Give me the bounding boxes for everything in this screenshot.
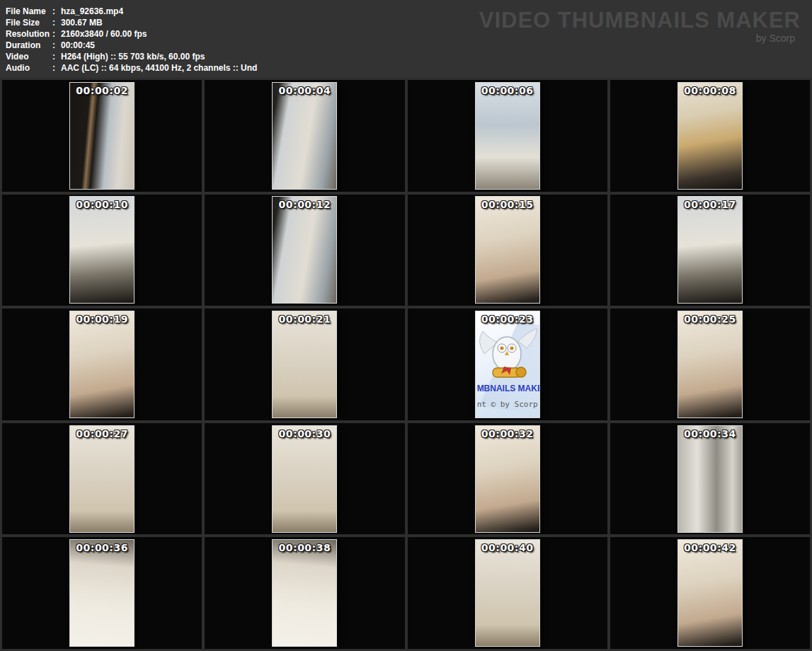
thumbnail-image-placeholder bbox=[678, 426, 742, 532]
grid-cell: 00:00:15 bbox=[408, 195, 607, 306]
video-thumbnail: 00:00:12 bbox=[272, 196, 337, 304]
timestamp-overlay: 00:00:06 bbox=[476, 85, 539, 96]
grid-cell: 00:00:06 bbox=[408, 80, 607, 192]
meta-value-duration: 00:00:45 bbox=[61, 40, 95, 50]
grid-cell: 00:00:08 bbox=[610, 80, 810, 192]
grid-cell: 00:00:21 bbox=[205, 309, 404, 420]
thumbnail-image-placeholder bbox=[70, 311, 134, 417]
meta-label: Duration bbox=[6, 40, 52, 51]
thumbnail-image-placeholder bbox=[70, 540, 134, 646]
video-thumbnail: 00:00:27 bbox=[69, 425, 135, 533]
meta-row-video: Video:H264 (High) :: 55 703 kb/s, 60.00 … bbox=[6, 51, 812, 62]
thumbnail-image-placeholder bbox=[273, 426, 336, 532]
meta-separator: : bbox=[52, 51, 61, 62]
timestamp-overlay: 00:00:36 bbox=[70, 542, 134, 553]
timestamp-overlay: 00:00:38 bbox=[273, 542, 336, 553]
meta-row-audio: Audio:AAC (LC) :: 64 kbps, 44100 Hz, 2 c… bbox=[6, 62, 812, 74]
thumbnail-image-placeholder bbox=[476, 83, 539, 189]
timestamp-overlay: 00:00:08 bbox=[678, 85, 742, 96]
grid-cell: 00:00:32 bbox=[408, 423, 607, 535]
grid-cell: 00:00:27 bbox=[2, 423, 202, 535]
thumbnail-image-placeholder bbox=[273, 540, 336, 646]
grid-cell: 00:00:19 bbox=[2, 309, 202, 420]
video-thumbnail: 00:00:08 bbox=[677, 82, 743, 190]
meta-separator: : bbox=[52, 62, 61, 74]
app-byline: by Scorp bbox=[479, 33, 801, 44]
meta-separator: : bbox=[52, 17, 61, 28]
video-thumbnail: 00:00:04 bbox=[272, 82, 337, 190]
meta-value-filesize: 300.67 MB bbox=[61, 18, 103, 28]
timestamp-overlay: 00:00:02 bbox=[70, 85, 134, 96]
grid-cell: 00:00:12 bbox=[205, 195, 404, 306]
timestamp-overlay: 00:00:17 bbox=[678, 199, 742, 210]
meta-separator: : bbox=[52, 40, 61, 51]
info-header: File Name:hza_92636.mp4 File Size:300.67… bbox=[0, 0, 812, 78]
watermark-title-text: MBNAILS MAKER 8 bbox=[476, 384, 539, 393]
grid-cell: 00:00:25 bbox=[610, 309, 810, 420]
video-thumbnail: 00:00:36 bbox=[69, 539, 135, 647]
video-thumbnail: 00:00:40 bbox=[475, 539, 540, 647]
video-thumbnail: 00:00:34 bbox=[677, 425, 743, 533]
watermark-copyright-text: nt © by Scorp (SU bbox=[476, 400, 539, 409]
timestamp-overlay: 00:00:34 bbox=[678, 428, 742, 439]
timestamp-overlay: 00:00:19 bbox=[70, 313, 134, 325]
grid-cell-watermark: MBNAILS MAKER 8 nt © by Scorp (SU 00:00:… bbox=[408, 309, 607, 420]
meta-separator: : bbox=[52, 28, 61, 40]
meta-label: File Name bbox=[6, 6, 52, 17]
video-thumbnail: 00:00:06 bbox=[475, 82, 540, 190]
meta-label: Resolution bbox=[6, 28, 52, 40]
video-thumbnail: 00:00:21 bbox=[272, 311, 337, 418]
video-thumbnail: 00:00:10 bbox=[69, 196, 135, 304]
thumbnail-image-placeholder bbox=[273, 83, 336, 189]
thumbnail-image-placeholder bbox=[476, 197, 539, 303]
video-thumbnail: 00:00:42 bbox=[677, 539, 743, 647]
video-thumbnail: 00:00:17 bbox=[677, 196, 743, 304]
thumbnail-grid: 00:00:02 00:00:04 00:00:06 00:00:08 00:0… bbox=[0, 78, 812, 651]
timestamp-overlay: 00:00:40 bbox=[476, 542, 539, 553]
meta-value-audio: AAC (LC) :: 64 kbps, 44100 Hz, 2 channel… bbox=[61, 63, 257, 73]
thumbnail-image-placeholder bbox=[70, 83, 134, 189]
timestamp-overlay: 00:00:15 bbox=[476, 199, 539, 210]
grid-cell: 00:00:40 bbox=[408, 537, 607, 649]
app-title: VIDEO THUMBNAILS MAKER bbox=[479, 10, 801, 31]
thumbnail-image-placeholder bbox=[476, 540, 539, 646]
video-thumbnail: 00:00:02 bbox=[69, 82, 135, 190]
grid-cell: 00:00:02 bbox=[2, 80, 202, 192]
owl-logo-icon bbox=[477, 327, 539, 386]
timestamp-overlay: 00:00:42 bbox=[678, 542, 742, 553]
grid-cell: 00:00:42 bbox=[610, 537, 810, 649]
video-thumbnail-watermark: MBNAILS MAKER 8 nt © by Scorp (SU 00:00:… bbox=[475, 311, 540, 418]
timestamp-overlay: 00:00:04 bbox=[273, 85, 336, 96]
timestamp-overlay: 00:00:23 bbox=[476, 313, 539, 325]
timestamp-overlay: 00:00:10 bbox=[70, 199, 134, 210]
meta-value-video: H264 (High) :: 55 703 kb/s, 60.00 fps bbox=[61, 52, 205, 62]
grid-cell: 00:00:38 bbox=[205, 537, 404, 649]
grid-cell: 00:00:17 bbox=[610, 195, 810, 306]
thumbnail-image-placeholder bbox=[70, 426, 134, 532]
timestamp-overlay: 00:00:12 bbox=[273, 199, 336, 210]
grid-cell: 00:00:30 bbox=[205, 423, 404, 535]
video-thumbnail: 00:00:15 bbox=[475, 196, 540, 304]
timestamp-overlay: 00:00:30 bbox=[273, 428, 336, 439]
grid-cell: 00:00:10 bbox=[2, 195, 202, 306]
thumbnail-image-placeholder bbox=[476, 426, 539, 532]
thumbnail-image-placeholder bbox=[273, 311, 336, 417]
meta-value-resolution: 2160x3840 / 60.00 fps bbox=[61, 29, 147, 39]
timestamp-overlay: 00:00:21 bbox=[273, 313, 336, 325]
video-thumbnail: 00:00:38 bbox=[272, 539, 337, 647]
grid-cell: 00:00:36 bbox=[2, 537, 202, 649]
meta-label: Video bbox=[6, 51, 52, 62]
timestamp-overlay: 00:00:25 bbox=[678, 313, 742, 325]
video-thumbnail: 00:00:19 bbox=[69, 311, 135, 418]
thumbnail-image-placeholder bbox=[70, 197, 134, 303]
video-thumbnail: 00:00:32 bbox=[475, 425, 540, 533]
grid-cell: 00:00:34 bbox=[610, 423, 810, 535]
thumbnail-image-placeholder bbox=[273, 197, 336, 303]
thumbnail-image-placeholder bbox=[678, 540, 742, 646]
thumbnail-image-placeholder bbox=[678, 197, 742, 303]
meta-value-filename: hza_92636.mp4 bbox=[61, 6, 123, 16]
video-thumbnail: 00:00:30 bbox=[272, 425, 337, 533]
grid-cell: 00:00:04 bbox=[205, 80, 404, 192]
thumbnail-image-placeholder bbox=[678, 83, 742, 189]
thumbnail-image-placeholder bbox=[678, 311, 742, 417]
